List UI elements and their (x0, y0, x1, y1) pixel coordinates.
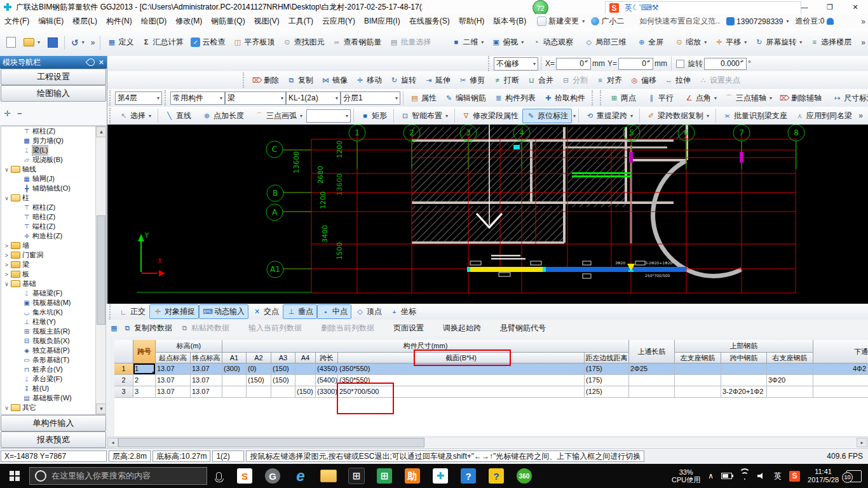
select-tool-button[interactable]: ↖选择▾ (115, 109, 155, 123)
taskbar-app-button[interactable]: S (231, 464, 259, 488)
tree-item[interactable]: ↧ 桩(U) (1, 384, 105, 393)
view-toolbar-button[interactable]: ↻屏幕旋转▾ (750, 35, 806, 50)
menu-item[interactable]: 工具(T) (284, 16, 318, 27)
tree-expander-icon[interactable]: ∨ (3, 281, 11, 287)
scroll-left-icon[interactable]: ◂ (107, 438, 118, 447)
table-toolbar-button[interactable]: 输入当前列数据 (233, 321, 306, 336)
modify-button[interactable]: ⊟分割 (557, 73, 592, 88)
beam-blue[interactable] (545, 267, 686, 272)
modify-button[interactable]: ≡对齐 (592, 73, 626, 88)
toolbar-overflow-chevron[interactable]: » (858, 38, 868, 47)
a3-cell[interactable]: (150) (271, 375, 295, 386)
tree-item[interactable]: ⌶ 承台梁(F) (1, 374, 105, 384)
tree-item[interactable]: ⌶ 基础梁(F) (1, 288, 105, 298)
taskbar-app-button[interactable]: ⊞ (342, 464, 370, 488)
taskbar-app-button[interactable]: e (287, 464, 315, 488)
rectangle-tool-button[interactable]: ■矩形 (356, 109, 391, 123)
tree-item[interactable]: ⊤ 框柱(Z) (1, 126, 105, 136)
drawing-canvas[interactable]: C B A A1 1 2 3 4 5 6 7 8 13600 1200 2680… (108, 125, 868, 304)
report-preview-button[interactable]: 报表预览 (1, 431, 106, 448)
top-through-bar-cell[interactable] (629, 375, 675, 386)
ime-mode-icon[interactable]: 英 (625, 3, 632, 12)
tree-item[interactable]: ◡ 集水坑(K) (1, 308, 105, 317)
notification-center-icon[interactable]: 10 (846, 470, 862, 482)
offset-mode-select[interactable]: 不偏移▾ (494, 57, 538, 71)
col-header-a3[interactable]: A3 (271, 353, 295, 363)
draw-tool-button[interactable]: ⊕点加长度 (198, 109, 251, 123)
clock[interactable]: 11:412017/5/28 (808, 468, 839, 484)
span-length-cell[interactable]: (3300) (316, 386, 338, 398)
tree-item[interactable]: ⊤ 暗柱(Z) (1, 212, 105, 222)
component-button[interactable]: ≣构件列表 (490, 91, 539, 105)
col-header-midspan-bar[interactable]: 跨中钢筋 (721, 353, 767, 363)
taskbar-app-button[interactable]: 助 (398, 464, 426, 488)
snap-toggle-button[interactable]: ⊥垂点 (283, 304, 317, 319)
modify-button[interactable]: ∴设置夹点 (695, 73, 744, 88)
draw-tool-button[interactable]: ╲直线 (161, 109, 198, 123)
a4-cell[interactable] (295, 363, 316, 375)
axis-tool-button[interactable]: ⊞两点 (606, 91, 643, 105)
tree-item[interactable]: > 门窗洞 (1, 250, 105, 260)
re-extract-span-button[interactable]: ⟲重提梁跨▾ (581, 109, 637, 123)
span-number-cell[interactable]: 1 (133, 363, 156, 375)
modify-button[interactable]: ↔拉伸 (660, 73, 695, 88)
tree-item[interactable]: ▭ 条形基础(T) (1, 355, 105, 365)
menu-item[interactable]: 钢筋量(Q) (207, 16, 249, 27)
midspan-bar-cell[interactable] (721, 375, 767, 386)
toolbar-button[interactable]: ⊙查找图元 (278, 35, 328, 50)
tree-item[interactable]: ⊤ 框柱(Z) (1, 203, 105, 212)
taskbar-app-button[interactable]: ? (482, 464, 510, 488)
start-elevation-cell[interactable]: 13.07 (156, 386, 191, 398)
midspan-bar-cell[interactable]: 3-2Φ20+1Φ2 (721, 386, 767, 398)
col-header-bottom-through-bar[interactable]: 下通长筋 (813, 340, 868, 363)
table-toolbar-button[interactable]: 调换起始跨 (428, 321, 485, 336)
rotate-checkbox[interactable] (676, 60, 684, 68)
modify-button[interactable]: ◎偏移 (626, 73, 660, 88)
tree-item[interactable]: ▩ 剪力墙(Q) (1, 136, 105, 146)
row-number-cell[interactable]: 1 (114, 363, 133, 375)
right-support-bar-cell[interactable] (767, 363, 813, 375)
volume-icon[interactable] (757, 472, 766, 480)
col-header-a1[interactable]: A1 (222, 353, 247, 363)
axis-tool-button[interactable]: ⌦删除辅轴 (776, 91, 829, 105)
col-header-span-length[interactable]: 跨长 (316, 353, 338, 363)
col-header-left-support-bar[interactable]: 左支座钢筋 (675, 353, 721, 363)
open-file-button[interactable]: ▾ (20, 36, 44, 48)
tree-item[interactable]: ∨ 其它 (1, 403, 105, 412)
right-support-bar-cell[interactable] (767, 386, 813, 398)
smart-layout-button[interactable]: ⊡智能布置▾ (397, 109, 452, 123)
col-header-left-edge-distance[interactable]: 距左边线距离 (585, 353, 629, 363)
menu-item[interactable]: BIM应用(I) (360, 16, 405, 27)
minimize-button[interactable]: — (792, 0, 817, 14)
tree-item[interactable]: ▣ 筏板基础(M) (1, 298, 105, 308)
table-toolbar-button[interactable]: 页面设置 (378, 321, 428, 336)
menu-item[interactable]: 版本号(B) (489, 16, 531, 27)
tree-item[interactable]: ⊥ 柱墩(Y) (1, 317, 105, 327)
top-through-bar-cell[interactable]: 2Φ25 (629, 363, 675, 375)
col-header-start-elevation[interactable]: 起点标高 (156, 353, 191, 363)
drawing-input-button[interactable]: 绘图输入 (1, 85, 106, 102)
axis-tool-button[interactable]: ↦尺寸标注▾ (829, 91, 868, 105)
menu-item[interactable]: 绘图(D) (137, 16, 172, 27)
modify-button[interactable]: ≠打断 (489, 73, 523, 88)
new-file-button[interactable] (3, 35, 20, 50)
row-number-cell[interactable]: 2 (114, 375, 133, 386)
modify-button[interactable]: ⇥延伸 (420, 73, 454, 88)
axis-tool-button[interactable]: ∠点角▾ (681, 91, 721, 105)
menu-item[interactable]: 文件(F) (0, 16, 34, 27)
floor-select[interactable]: 第4层▾ (115, 92, 162, 105)
undo-button[interactable]: ↺▾ (67, 36, 88, 50)
save-button[interactable] (44, 36, 62, 50)
cpu-usage-indicator[interactable]: 33%CPU使用 (672, 468, 700, 484)
tree-expander-icon[interactable]: > (3, 252, 11, 259)
start-elevation-cell[interactable]: 13.07 (156, 375, 191, 386)
taskbar-app-button[interactable] (315, 464, 342, 488)
menu-item[interactable]: 修改(M) (171, 16, 207, 27)
scroll-down-icon[interactable]: ▼ (96, 403, 106, 414)
scrollbar-thumb[interactable] (118, 438, 424, 447)
table-toolbar-button[interactable]: 悬臂钢筋代号 (485, 321, 550, 336)
menu-item[interactable]: 编辑(E) (34, 16, 68, 27)
language-indicator[interactable]: 英 (774, 471, 782, 482)
tree-item[interactable]: ⌶ 梁(L) (1, 146, 105, 155)
view-toolbar-button[interactable]: ▣俯视▾ (487, 35, 527, 50)
